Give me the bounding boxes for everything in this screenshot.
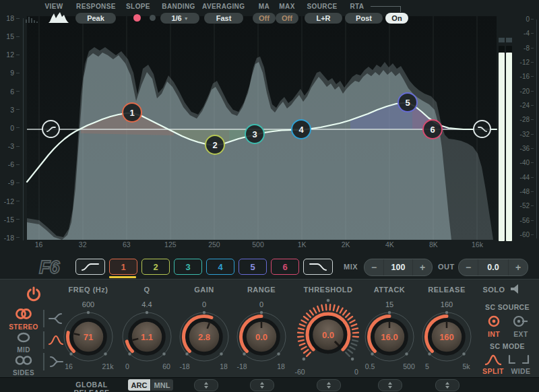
averaging-toggle[interactable]: Fast	[204, 13, 243, 24]
f6-logo: F6	[39, 257, 59, 278]
ma-toggle[interactable]: Off	[253, 13, 276, 24]
spectrum-view-icon[interactable]	[49, 11, 69, 23]
response-toggle[interactable]: Peak	[75, 13, 116, 24]
rta-bars-icon[interactable]	[24, 13, 40, 23]
band-marker-5[interactable]: 5	[398, 92, 418, 112]
band-marker-6[interactable]: 6	[422, 119, 443, 139]
value-stepper[interactable]	[250, 379, 274, 391]
range-label: RANGE	[231, 286, 292, 294]
banding-select[interactable]: 1/6 ▼	[160, 13, 199, 24]
global-release-mnl-button[interactable]: MNL	[151, 379, 173, 391]
threshold-value: 0.0	[289, 330, 367, 340]
meter-scale-label: -4	[512, 30, 534, 36]
low-cut-handle[interactable]	[42, 120, 60, 138]
source-label: SOURCE	[305, 3, 340, 10]
range-value: 0.0	[231, 332, 292, 342]
out-minus-button[interactable]: −	[459, 259, 478, 275]
frequency-axis-label: 2K	[324, 240, 368, 249]
clip-indicator-right[interactable]	[506, 38, 512, 42]
value-stepper[interactable]	[194, 379, 218, 391]
q-value: 1.1	[117, 332, 177, 342]
mix-value[interactable]: 100	[383, 259, 413, 275]
source-toggle[interactable]: L+R	[305, 13, 342, 24]
mix-minus-button[interactable]: −	[364, 259, 383, 275]
slope-dot-inactive[interactable]	[150, 15, 156, 21]
frequency-axis-label: 8K	[412, 240, 455, 249]
high-cut-icon	[308, 261, 328, 272]
speaker-icon[interactable]	[509, 283, 523, 295]
mix-plus-button[interactable]: +	[413, 259, 432, 275]
band-button-6[interactable]: 6	[271, 259, 299, 275]
rta-label: RTA	[347, 3, 367, 10]
sides-icon	[13, 354, 34, 366]
db-axis-label: 0	[1, 125, 20, 131]
gain-value: 2.8	[174, 332, 234, 342]
meter-scale: 0-4-8-12-16-20-24-28-32-36-40-44-48-52-5…	[512, 16, 534, 238]
out-plus-button[interactable]: +	[509, 259, 528, 275]
rta-peak-hold-fill	[27, 47, 493, 240]
value-stepper[interactable]	[435, 379, 459, 391]
db-axis: 1815129630-3-6-9-12-15-18	[1, 15, 20, 241]
low-cut-band-button[interactable]	[75, 259, 105, 275]
band-button-2[interactable]: 2	[141, 259, 170, 275]
divider	[43, 310, 44, 327]
out-label: OUT	[438, 263, 455, 271]
meter-scale-label: 0	[512, 16, 534, 22]
band-button-4[interactable]: 4	[206, 259, 234, 275]
gain-knob-column: GAIN 0 2.8 -18 18	[174, 283, 234, 377]
frequency-axis-label: 125	[148, 240, 192, 249]
sc-source-int-icon[interactable]	[486, 314, 501, 329]
step-up-icon	[445, 382, 449, 385]
band-button-5[interactable]: 5	[239, 259, 267, 275]
rta-on-toggle[interactable]: On	[385, 13, 408, 24]
meter-scale-label: -32	[512, 131, 534, 137]
band-button-3[interactable]: 3	[174, 259, 202, 275]
max-label: MAX	[276, 3, 298, 10]
low-cut-icon	[46, 124, 57, 135]
meter-scale-label: -40	[512, 160, 534, 166]
meter-scale-label: -20	[512, 88, 534, 94]
frequency-axis-label: 63	[104, 240, 148, 249]
sc-source-ext-icon[interactable]	[512, 314, 528, 329]
power-button-icon[interactable]	[26, 286, 42, 303]
band-marker-2[interactable]: 2	[205, 135, 225, 155]
db-axis-label: 9	[1, 69, 20, 76]
global-release-arc-button[interactable]: ARC	[128, 379, 150, 391]
slope-dot-active[interactable]	[133, 14, 141, 22]
gain-min: -18	[172, 362, 197, 370]
max-toggle[interactable]: Off	[276, 13, 298, 24]
band-marker-1[interactable]: 1	[122, 102, 142, 123]
selected-band-underline	[109, 276, 136, 278]
db-axis-label: 6	[1, 88, 20, 95]
release-min: 5	[415, 362, 439, 370]
out-value[interactable]: 0.0	[478, 259, 509, 275]
meter-scale-label: -8	[512, 45, 534, 51]
divider	[43, 353, 44, 370]
step-up-icon	[260, 382, 264, 385]
band-marker-4[interactable]: 4	[291, 119, 311, 139]
frequency-axis-label: 250	[192, 240, 236, 249]
stereo-mode-button[interactable]: STEREO	[5, 307, 42, 331]
mid-mode-button[interactable]: MID	[5, 331, 42, 354]
q-min: 0	[115, 362, 139, 370]
high-cut-handle[interactable]	[473, 120, 491, 138]
db-axis-label: 15	[1, 33, 20, 40]
release-label: RELEASE	[416, 286, 477, 294]
ext-label: EXT	[508, 330, 534, 338]
rta-bracket-line	[371, 6, 401, 12]
clip-indicator-left[interactable]	[499, 38, 505, 42]
high-cut-band-button[interactable]	[303, 259, 333, 275]
meter-scale-label: -56	[512, 218, 534, 224]
sc-mode-wide-icon[interactable]	[507, 354, 531, 365]
band-marker-3[interactable]: 3	[245, 124, 265, 144]
rta-routing-toggle[interactable]: Post	[345, 13, 383, 24]
value-stepper[interactable]	[378, 379, 402, 391]
value-stepper[interactable]	[317, 379, 341, 391]
sides-mode-button[interactable]: SIDES	[5, 354, 42, 377]
sc-mode-split-icon[interactable]	[484, 353, 503, 366]
sc-mode-label: SC MODE	[477, 342, 538, 350]
band-button-1[interactable]: 1	[109, 259, 137, 275]
meter-scale-line	[536, 20, 537, 238]
out-control: − 0.0 +	[458, 259, 528, 276]
release-max: 5k	[454, 362, 478, 370]
